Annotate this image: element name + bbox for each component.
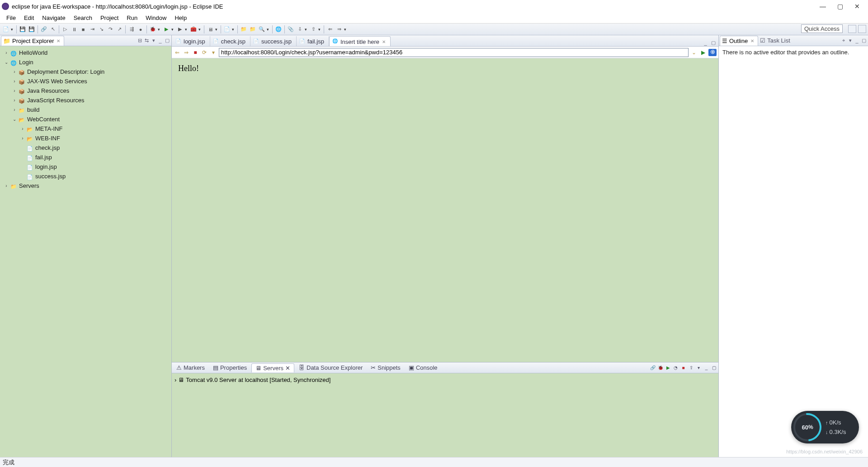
search-icon[interactable]: 🔍 bbox=[258, 25, 266, 33]
chevron-icon[interactable]: › bbox=[175, 376, 176, 383]
step-into-icon[interactable]: ↘ bbox=[97, 25, 105, 33]
server-publish-icon[interactable]: ⇪ bbox=[688, 364, 694, 371]
outline-tab[interactable]: ☰ Outline ✕ bbox=[720, 36, 758, 46]
suspend-icon[interactable]: ⏸ bbox=[70, 25, 78, 33]
next-annotation-dropdown[interactable]: ▾ bbox=[305, 27, 308, 32]
focus-icon[interactable]: ⌖ bbox=[840, 37, 847, 44]
maximize-icon[interactable]: ▢ bbox=[164, 37, 170, 44]
tree-row[interactable]: login.jsp bbox=[1, 162, 170, 172]
close-icon[interactable]: ✕ bbox=[750, 38, 754, 43]
menu-project[interactable]: Project bbox=[97, 14, 122, 22]
tab-servers[interactable]: 🖥Servers✕ bbox=[251, 363, 294, 372]
close-button[interactable]: ✕ bbox=[852, 1, 863, 12]
tree-row[interactable]: ⌄Login bbox=[1, 57, 170, 67]
quick-access[interactable]: Quick Access bbox=[801, 24, 843, 33]
tab-snippets[interactable]: ✂Snippets bbox=[367, 363, 404, 372]
address-dropdown-icon[interactable]: ⌄ bbox=[690, 49, 698, 56]
link-icon[interactable]: 🔗 bbox=[40, 25, 48, 33]
server-profile-icon[interactable]: ◔ bbox=[672, 364, 679, 371]
menu-file[interactable]: File bbox=[3, 14, 19, 22]
tree-row[interactable]: ›JavaScript Resources bbox=[1, 95, 170, 105]
annotation-icon[interactable]: 📎 bbox=[287, 25, 295, 33]
step-over-icon[interactable]: ↷ bbox=[106, 25, 114, 33]
menu-help[interactable]: Help bbox=[171, 14, 190, 22]
breakpoint-icon[interactable]: ● bbox=[137, 25, 145, 33]
minimize-button[interactable]: — bbox=[817, 1, 828, 12]
new-server-icon[interactable]: 🖥 bbox=[206, 25, 214, 33]
maximize-icon[interactable]: ▢ bbox=[860, 37, 867, 44]
tree-row[interactable]: ⌄WebContent bbox=[1, 114, 170, 124]
run-last-icon[interactable]: ▶ bbox=[176, 25, 184, 33]
forward-dropdown[interactable]: ▾ bbox=[344, 27, 348, 32]
editor-tab-login[interactable]: 📄login.jsp bbox=[173, 36, 210, 46]
chevron-icon[interactable]: › bbox=[12, 79, 17, 84]
tree-row[interactable]: ›JAX-WS Web Services bbox=[1, 76, 170, 86]
ext-tools-icon[interactable]: 🧰 bbox=[189, 25, 198, 33]
editor-tab-fail[interactable]: 📄fail.jsp bbox=[297, 36, 329, 46]
view-menu-icon[interactable]: ▾ bbox=[695, 364, 702, 371]
chevron-icon[interactable]: › bbox=[12, 69, 17, 74]
new-server-dropdown[interactable]: ▾ bbox=[215, 27, 219, 32]
server-start-icon[interactable]: ▶ bbox=[665, 364, 671, 371]
tab-console[interactable]: ▣Console bbox=[405, 363, 441, 372]
link-editor-icon[interactable]: ⇆ bbox=[143, 37, 150, 44]
tree-row[interactable]: ›META-INF bbox=[1, 124, 170, 133]
editor-tab-success[interactable]: 📄success.jsp bbox=[250, 36, 297, 46]
tree-row[interactable]: check.jsp bbox=[1, 143, 170, 152]
server-link-icon[interactable]: 🔗 bbox=[649, 364, 656, 371]
open-type-icon[interactable]: 📁 bbox=[240, 25, 248, 33]
editor-tab-check[interactable]: 📄check.jsp bbox=[210, 36, 250, 46]
new-jsp-icon[interactable]: 📄 bbox=[223, 25, 231, 33]
collapse-all-icon[interactable]: ⊟ bbox=[137, 37, 143, 44]
prev-annotation-icon[interactable]: ⇧ bbox=[309, 25, 317, 33]
perspective-java-icon[interactable] bbox=[858, 25, 866, 33]
menu-navigate[interactable]: Navigate bbox=[38, 14, 69, 22]
editor-tab-browser[interactable]: 🌐Insert title here✕ bbox=[329, 36, 391, 46]
step-filter-icon[interactable]: ⇶ bbox=[127, 25, 136, 33]
open-external-icon[interactable]: ⓔ bbox=[708, 49, 717, 56]
new-jsp-dropdown[interactable]: ▾ bbox=[232, 27, 236, 32]
run-last-dropdown[interactable]: ▾ bbox=[185, 27, 189, 32]
address-bar[interactable] bbox=[219, 48, 689, 57]
browser-refresh-icon[interactable]: ⟳ bbox=[201, 49, 208, 56]
maximize-button[interactable]: ▢ bbox=[835, 1, 845, 12]
minimize-icon[interactable]: _ bbox=[157, 37, 164, 44]
tree-row[interactable]: ›WEB-INF bbox=[1, 133, 170, 143]
terminate-icon[interactable]: ■ bbox=[79, 25, 87, 33]
chevron-icon[interactable]: › bbox=[12, 88, 17, 93]
browser-back-icon[interactable]: ⇐ bbox=[174, 49, 181, 56]
tab-properties[interactable]: ▤Properties bbox=[209, 363, 250, 372]
close-icon[interactable]: ✕ bbox=[285, 365, 290, 372]
close-icon[interactable]: ✕ bbox=[382, 39, 386, 44]
minimize-icon[interactable]: _ bbox=[703, 364, 710, 371]
view-menu-icon[interactable]: ▾ bbox=[847, 37, 854, 44]
search-dropdown[interactable]: ▾ bbox=[267, 27, 270, 32]
next-annotation-icon[interactable]: ⇩ bbox=[296, 25, 304, 33]
new-dropdown[interactable]: ▾ bbox=[11, 27, 14, 32]
resume-icon[interactable]: ▷ bbox=[61, 25, 69, 33]
menu-run[interactable]: Run bbox=[123, 14, 141, 22]
task-list-tab[interactable]: ☑ Task List bbox=[758, 36, 794, 46]
step-return-icon[interactable]: ↗ bbox=[115, 25, 123, 33]
tree-row[interactable]: ›HelloWorld bbox=[1, 48, 170, 57]
tab-data-source-explorer[interactable]: 🗄Data Source Explorer bbox=[295, 363, 366, 372]
tree-row[interactable]: fail.jsp bbox=[1, 152, 170, 162]
minimize-editor-icon[interactable]: _ bbox=[702, 39, 709, 46]
chevron-icon[interactable]: › bbox=[20, 136, 25, 141]
prev-annotation-dropdown[interactable]: ▾ bbox=[318, 27, 322, 32]
new-icon[interactable]: 📄 bbox=[2, 25, 10, 33]
minimize-icon[interactable]: _ bbox=[854, 37, 860, 44]
debug-icon[interactable]: 🐞 bbox=[149, 25, 157, 33]
tab-markers[interactable]: ⚠Markers bbox=[173, 363, 208, 372]
ext-tools-dropdown[interactable]: ▾ bbox=[198, 27, 202, 32]
back-icon[interactable]: ⇐ bbox=[326, 25, 334, 33]
go-icon[interactable]: ▶ bbox=[699, 49, 707, 56]
run-dropdown[interactable]: ▾ bbox=[171, 27, 175, 32]
tree-row[interactable]: ›Java Resources bbox=[1, 86, 170, 95]
tree-row[interactable]: ›Deployment Descriptor: Login bbox=[1, 67, 170, 76]
maximize-icon[interactable]: ▢ bbox=[711, 364, 717, 371]
chevron-icon[interactable]: ⌄ bbox=[4, 60, 9, 65]
project-tree[interactable]: ›HelloWorld⌄Login›Deployment Descriptor:… bbox=[0, 46, 171, 457]
menu-search[interactable]: Search bbox=[70, 14, 96, 22]
project-explorer-tab[interactable]: 📁 Project Explorer ✕ bbox=[1, 36, 64, 46]
